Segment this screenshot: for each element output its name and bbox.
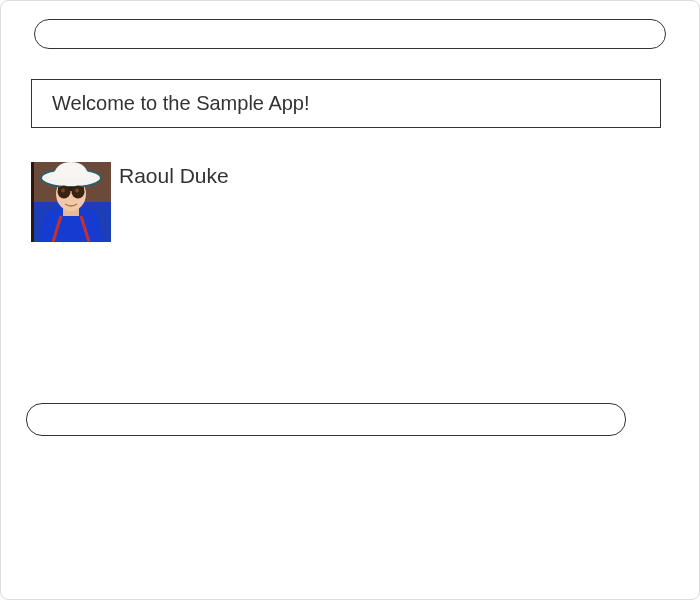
user-avatar [31, 162, 111, 242]
footer-bar [26, 403, 626, 436]
welcome-text: Welcome to the Sample App! [52, 92, 310, 114]
svg-point-10 [75, 189, 79, 193]
user-name: Raoul Duke [119, 162, 229, 188]
welcome-banner: Welcome to the Sample App! [31, 79, 661, 128]
svg-point-9 [61, 189, 65, 193]
header-bar [34, 19, 666, 49]
app-container: Welcome to the Sample App! [0, 0, 700, 600]
svg-rect-11 [31, 162, 34, 242]
user-profile: Raoul Duke [31, 162, 669, 242]
